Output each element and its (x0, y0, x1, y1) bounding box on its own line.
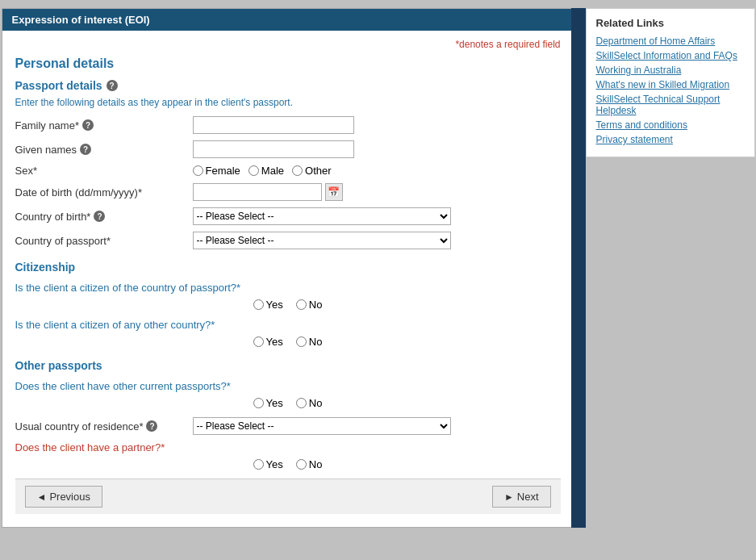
partner-radios: Yes No (15, 458, 561, 470)
passport-details-help-icon[interactable]: ? (107, 80, 118, 91)
family-name-input[interactable] (193, 116, 354, 134)
sex-female-radio[interactable] (193, 165, 203, 176)
personal-details-title: Personal details (15, 56, 561, 71)
other-passports-q1-yes-radio[interactable] (253, 398, 264, 408)
citizenship-q2-yes[interactable]: Yes (253, 336, 283, 348)
usual-country-label: Usual country of residence* ? (15, 420, 193, 433)
given-names-input[interactable] (193, 140, 354, 158)
sidebar-link-terms[interactable]: Terms and conditions (596, 119, 745, 131)
country-birth-help-icon[interactable]: ? (94, 211, 105, 222)
usual-country-row: Usual country of residence* ? -- Please … (15, 417, 561, 435)
other-passports-q1-radios: Yes No (15, 397, 561, 409)
sidebar: Related Links Department of Home Affairs… (586, 8, 755, 528)
sex-row: Sex* Female Male Other (15, 165, 561, 177)
sex-female-option[interactable]: Female (193, 165, 240, 177)
form-title: Expression of interest (EOI) (12, 14, 150, 26)
usual-country-select[interactable]: -- Please Select -- (193, 417, 451, 435)
citizenship-q1-yes-radio[interactable] (253, 299, 264, 310)
citizenship-q2-no[interactable]: No (296, 336, 323, 348)
other-passports-q1-no[interactable]: No (296, 397, 323, 409)
sex-other-option[interactable]: Other (292, 165, 332, 177)
partner-yes[interactable]: Yes (253, 458, 283, 470)
sidebar-link-dept-home-affairs[interactable]: Department of Home Affairs (596, 36, 745, 47)
sidebar-link-technical-support[interactable]: SkillSelect Technical Support Helpdesk (596, 94, 745, 116)
partner-no-radio[interactable] (296, 459, 307, 470)
given-names-help-icon[interactable]: ? (80, 144, 91, 155)
citizenship-q1-no[interactable]: No (296, 299, 323, 311)
next-button[interactable]: ► Next (492, 486, 551, 508)
passport-details-title: Passport details ? (15, 79, 561, 92)
partner-yes-radio[interactable] (253, 459, 264, 470)
partner-question-text: Does the client have a partner?* (15, 441, 561, 453)
sidebar-title: Related Links (596, 17, 745, 29)
usual-country-help-icon[interactable]: ? (146, 420, 157, 432)
citizenship-q2-radios: Yes No (15, 336, 561, 348)
sex-other-radio[interactable] (292, 165, 303, 176)
sex-label: Sex* (15, 165, 193, 177)
given-names-row: Given names ? (15, 140, 561, 158)
citizenship-q1-no-radio[interactable] (296, 299, 307, 310)
other-passports-q1-yes[interactable]: Yes (253, 397, 283, 409)
footer-bar: ◄ Previous ► Next (15, 479, 561, 514)
sidebar-link-privacy[interactable]: Privacy statement (596, 134, 745, 145)
sidebar-link-skillselect-info[interactable]: SkillSelect Information and FAQs (596, 50, 745, 61)
country-passport-select[interactable]: -- Please Select -- (193, 232, 451, 249)
calendar-icon[interactable]: 📅 (325, 183, 343, 201)
other-passports-q1: Does the client have other current passp… (15, 380, 561, 392)
other-passports-section: Other passports Does the client have oth… (15, 359, 561, 470)
family-name-help-icon[interactable]: ? (82, 119, 94, 131)
dob-row: Date of birth (dd/mm/yyyy)* 📅 (15, 183, 561, 201)
dob-label: Date of birth (dd/mm/yyyy)* (15, 186, 193, 199)
citizenship-q2: Is the client a citizen of any other cou… (15, 319, 561, 331)
previous-button[interactable]: ◄ Previous (25, 486, 102, 508)
next-label: Next (517, 491, 539, 503)
previous-icon: ◄ (37, 491, 47, 503)
country-birth-select[interactable]: -- Please Select -- (193, 207, 451, 225)
citizenship-q1-radios: Yes No (15, 299, 561, 311)
next-icon: ► (504, 491, 514, 503)
dob-input-wrapper: 📅 (193, 183, 343, 201)
citizenship-q2-no-radio[interactable] (296, 336, 307, 347)
country-passport-row: Country of passport* -- Please Select -- (15, 232, 561, 249)
sidebar-box: Related Links Department of Home Affairs… (586, 8, 755, 157)
citizenship-section: Citizenship Is the client a citizen of t… (15, 261, 561, 348)
previous-label: Previous (49, 491, 90, 503)
family-name-row: Family name* ? (15, 116, 561, 134)
given-names-label: Given names ? (15, 144, 193, 156)
citizenship-q1: Is the client a citizen of the country o… (15, 282, 561, 294)
required-note: *denotes a required field (15, 39, 561, 50)
citizenship-q1-yes[interactable]: Yes (253, 299, 283, 311)
accent-bar (571, 8, 586, 528)
country-birth-label: Country of birth* ? (15, 211, 193, 223)
other-passports-q1-no-radio[interactable] (296, 398, 307, 408)
family-name-label: Family name* ? (15, 119, 193, 132)
other-passports-title: Other passports (15, 359, 561, 372)
country-birth-row: Country of birth* ? -- Please Select -- (15, 207, 561, 225)
citizenship-title: Citizenship (15, 261, 561, 274)
partner-no[interactable]: No (296, 458, 323, 470)
sidebar-link-whats-new[interactable]: What's new in Skilled Migration (596, 79, 745, 90)
citizenship-q2-yes-radio[interactable] (253, 336, 264, 347)
sex-male-option[interactable]: Male (249, 165, 284, 177)
sidebar-link-working-australia[interactable]: Working in Australia (596, 65, 745, 76)
sex-male-radio[interactable] (249, 165, 259, 176)
country-passport-label: Country of passport* (15, 235, 193, 247)
passport-info-text: Enter the following details as they appe… (15, 97, 561, 108)
form-header: Expression of interest (EOI) (2, 9, 574, 31)
dob-input[interactable] (193, 183, 322, 201)
sex-radio-group: Female Male Other (193, 165, 332, 177)
